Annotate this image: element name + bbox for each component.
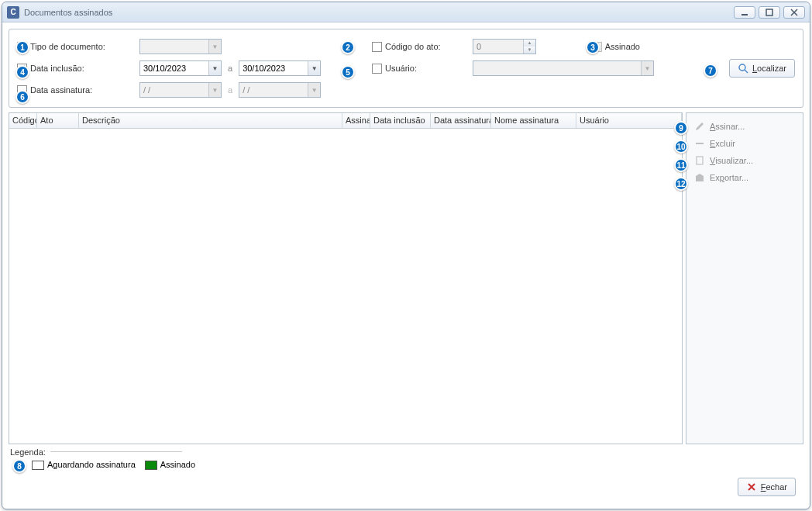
data-inclusao-to[interactable]: 30/10/2023▼ [239, 60, 321, 76]
data-inclusao-label: Data inclusão: [30, 64, 84, 73]
svg-rect-5 [697, 157, 703, 164]
spin-down-icon: ▼ [524, 47, 535, 54]
window-frame: C Documentos assinados Tipo de documento… [2, 2, 810, 509]
callout-9: 9 [674, 121, 688, 135]
close-x-icon [746, 482, 757, 492]
usuario-label: Usuário: [385, 64, 417, 73]
data-assinatura-label: Data assinatura: [30, 85, 92, 95]
document-icon [694, 155, 705, 166]
chevron-down-icon: ▼ [308, 83, 320, 97]
titlebar: C Documentos assinados [2, 2, 810, 22]
legend-items: Aguardando assinatura Assinado [9, 457, 803, 475]
exportar-action[interactable]: Exportar... [690, 169, 800, 186]
close-button[interactable] [783, 6, 805, 19]
excluir-action[interactable]: Excluir [690, 135, 800, 152]
chevron-down-icon: ▼ [208, 83, 221, 97]
callout-1: 1 [15, 40, 29, 54]
col-ato[interactable]: Ato [37, 113, 79, 128]
grid-body[interactable] [9, 129, 682, 444]
legend-assinado: Assinado [145, 460, 195, 470]
tipo-documento-combo[interactable]: ▼ [139, 39, 222, 54]
legend-divider [50, 451, 182, 452]
data-assinatura-to[interactable]: / /▼ [239, 82, 321, 98]
tipo-documento-label: Tipo de documento: [30, 42, 105, 51]
legend-label: Legenda: [10, 447, 46, 457]
col-usuario[interactable]: Usuário [576, 113, 682, 128]
col-codigo[interactable]: Código [9, 113, 37, 128]
fechar-label: Fechar [761, 482, 787, 492]
visualizar-action[interactable]: Visualizar... [690, 152, 800, 169]
export-icon [694, 172, 705, 183]
data-inclusao-from[interactable]: 30/10/2023▼ [139, 60, 222, 76]
exportar-label: Exportar... [710, 173, 748, 182]
window-controls [734, 6, 805, 19]
assinar-action[interactable]: Assinar... [690, 118, 800, 135]
legend-aguardando: Aguardando assinatura [32, 460, 136, 470]
actions-panel: Assinar... Excluir Visualizar... Exporta… [686, 112, 803, 444]
pencil-icon [694, 121, 705, 132]
col-assinado[interactable]: Assinado [342, 113, 370, 128]
callout-6: 6 [15, 90, 29, 104]
content-area: Tipo de documento: ▼ Código do ato: 0 ▲▼ [2, 22, 810, 509]
localizar-button[interactable]: Localizar [729, 59, 795, 78]
data-assinatura-from[interactable]: / /▼ [139, 82, 222, 98]
callout-10: 10 [674, 140, 688, 154]
date-separator: a [225, 85, 236, 95]
fechar-button[interactable]: Fechar [738, 478, 796, 496]
callout-12: 12 [674, 177, 688, 191]
col-data-inclusao[interactable]: Data inclusão [370, 113, 431, 128]
svg-line-3 [745, 70, 748, 73]
maximize-button[interactable] [759, 6, 780, 19]
chevron-down-icon: ▼ [641, 61, 653, 75]
callout-5: 5 [341, 65, 355, 79]
col-data-assinatura[interactable]: Data assinatura [431, 113, 491, 128]
svg-rect-1 [766, 9, 772, 16]
callout-7: 7 [704, 64, 717, 78]
grid-header: Código Ato Descrição Assinado Data inclu… [9, 113, 682, 129]
localizar-label: Localizar [752, 64, 786, 73]
minimize-button[interactable] [734, 6, 755, 19]
spin-up-icon: ▲ [524, 40, 535, 47]
chevron-down-icon: ▼ [308, 61, 320, 75]
legend-row: Legenda: [9, 444, 803, 457]
window-title: Documentos assinados [24, 8, 734, 17]
search-icon [738, 63, 748, 74]
svg-rect-0 [741, 14, 748, 16]
chevron-down-icon: ▼ [208, 61, 221, 75]
results-grid: Código Ato Descrição Assinado Data inclu… [9, 112, 683, 444]
assinar-label: Assinar... [710, 122, 745, 131]
assinado-label: Assinado [605, 42, 640, 51]
callout-8: 8 [12, 459, 26, 473]
callout-11: 11 [674, 158, 688, 172]
minus-icon [694, 138, 705, 149]
callout-4: 4 [15, 65, 29, 79]
callout-2: 2 [341, 40, 355, 54]
visualizar-label: Visualizar... [710, 156, 753, 165]
codigo-ato-checkbox[interactable] [372, 42, 382, 52]
callout-3: 3 [586, 40, 600, 54]
chevron-down-icon: ▼ [208, 40, 221, 54]
svg-rect-4 [696, 143, 704, 144]
filter-panel: Tipo de documento: ▼ Código do ato: 0 ▲▼ [9, 29, 803, 108]
usuario-combo[interactable]: ▼ [473, 60, 654, 76]
col-descricao[interactable]: Descrição [79, 113, 342, 128]
codigo-ato-spin[interactable]: 0 ▲▼ [473, 39, 536, 54]
excluir-label: Excluir [710, 139, 735, 148]
date-separator: a [225, 64, 236, 73]
swatch-green [145, 461, 157, 470]
swatch-white [32, 461, 44, 470]
col-nome-assinatura[interactable]: Nome assinatura [491, 113, 576, 128]
app-icon: C [7, 6, 19, 19]
codigo-ato-label: Código do ato: [385, 42, 441, 51]
footer: Fechar [9, 475, 803, 502]
usuario-checkbox[interactable] [372, 64, 382, 74]
svg-point-2 [739, 64, 745, 71]
